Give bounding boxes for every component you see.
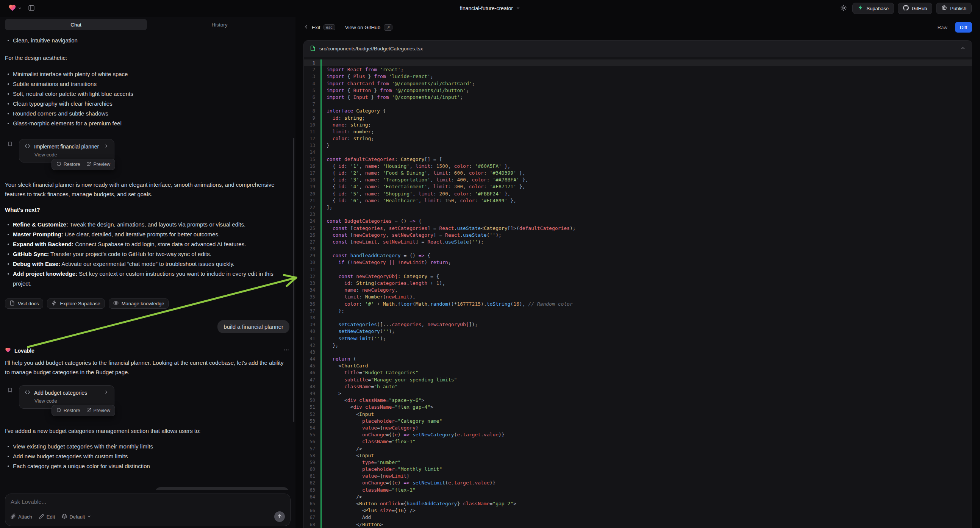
more-options-button[interactable] bbox=[283, 347, 290, 354]
restore-label: Restore bbox=[64, 408, 80, 413]
code-line: 47 subtitle="Manage your spending limits… bbox=[304, 377, 972, 383]
code-line: 21 { id: '6', name: 'Healthcare', limit:… bbox=[304, 197, 972, 204]
view-code-link[interactable]: View code bbox=[35, 398, 109, 404]
supabase-label: Supabase bbox=[866, 6, 889, 11]
next-steps-bullet-list: Refine & Customize: Tweak the design, an… bbox=[5, 220, 290, 289]
tab-chat[interactable]: Chat bbox=[5, 19, 147, 30]
exit-button[interactable]: Exit esc bbox=[304, 24, 335, 31]
code-line: 39 setCategories([...categories, newCate… bbox=[304, 321, 972, 328]
bullet-item: Add project knowledge: Set key context o… bbox=[5, 269, 290, 289]
supabase-button[interactable]: Supabase bbox=[852, 3, 894, 14]
external-link-badge: ↗ bbox=[384, 24, 393, 31]
code-line: 30 if (!newCategory || !newLimit) return… bbox=[304, 259, 972, 266]
raw-toggle-button[interactable]: Raw bbox=[933, 22, 952, 33]
workspace-menu[interactable] bbox=[8, 4, 22, 13]
bullet-item: Each category gets a unique color for vi… bbox=[5, 461, 290, 471]
bullet-item: Clean, intuitive navigation bbox=[5, 36, 290, 45]
explore-supabase-button[interactable]: Explore Supabase bbox=[47, 299, 105, 309]
code-lines[interactable]: 12import React from 'react';3import { Pl… bbox=[304, 57, 972, 528]
line-number: 42 bbox=[304, 342, 320, 349]
code-line: 16 { id: '1', name: 'Housing', limit: 15… bbox=[304, 163, 972, 170]
line-number: 48 bbox=[304, 383, 320, 390]
line-number: 52 bbox=[304, 411, 320, 418]
project-name-menu[interactable]: financial-future-creator bbox=[460, 5, 520, 11]
line-number: 38 bbox=[304, 314, 320, 321]
bullet-item: GitHub Sync: Transfer your project's cod… bbox=[5, 249, 290, 259]
assistant-name: Lovable bbox=[14, 348, 35, 354]
edit-mode-button[interactable]: Edit bbox=[39, 514, 55, 520]
code-line: 54 value={newCategory} bbox=[304, 425, 972, 431]
code-line: 27 const [newLimit, setNewLimit] = React… bbox=[304, 239, 972, 245]
send-button[interactable] bbox=[274, 511, 285, 522]
line-number: 11 bbox=[304, 129, 320, 135]
manage-knowledge-button[interactable]: Manage knowledge bbox=[109, 299, 169, 309]
line-number: 30 bbox=[304, 259, 320, 266]
line-number: 53 bbox=[304, 418, 320, 425]
model-selector[interactable]: Default bbox=[62, 514, 91, 520]
code-line: 23 bbox=[304, 211, 972, 218]
line-number: 23 bbox=[304, 211, 320, 218]
preview-button[interactable]: Preview bbox=[86, 161, 110, 167]
chevron-down-icon bbox=[87, 514, 91, 520]
line-number: 24 bbox=[304, 218, 320, 224]
github-icon bbox=[903, 5, 909, 12]
view-on-github-button[interactable]: View on GitHub ↗ bbox=[345, 24, 393, 31]
chat-message-list[interactable]: Clean, intuitive navigation For the desi… bbox=[0, 33, 296, 490]
lovable-heart-logo-icon bbox=[8, 4, 16, 13]
user-message-bubble: would be cool if you could add budget ca… bbox=[154, 487, 290, 490]
code-icon bbox=[25, 390, 30, 396]
chat-scrollbar-thumb[interactable] bbox=[293, 138, 294, 422]
publish-button[interactable]: Publish bbox=[936, 3, 972, 14]
visit-docs-button[interactable]: Visit docs bbox=[5, 299, 43, 309]
line-number: 37 bbox=[304, 308, 320, 314]
quick-actions: Visit docs Explore Supabase Manage knowl… bbox=[5, 299, 290, 309]
line-number: 44 bbox=[304, 356, 320, 363]
preview-button[interactable]: Preview bbox=[86, 407, 110, 413]
attach-button[interactable]: Attach bbox=[11, 514, 32, 520]
code-line: 48 className="h-auto" bbox=[304, 383, 972, 390]
tool-card-title: Add budget categories bbox=[34, 390, 87, 396]
code-line: 45 <ChartCard bbox=[304, 363, 972, 369]
view-on-github-label: View on GitHub bbox=[345, 25, 381, 30]
diff-toggle-button[interactable]: Diff bbox=[955, 22, 972, 33]
file-bar[interactable]: src/components/budget/BudgetCategories.t… bbox=[304, 41, 972, 57]
collapse-file-button[interactable] bbox=[960, 45, 966, 52]
line-number: 18 bbox=[304, 177, 320, 183]
line-number: 16 bbox=[304, 163, 320, 170]
code-line: 9 id: string; bbox=[304, 115, 972, 122]
code-line: 38 bbox=[304, 314, 972, 321]
view-code-link[interactable]: View code bbox=[35, 152, 109, 157]
line-number: 9 bbox=[304, 115, 320, 122]
line-number: 5 bbox=[304, 87, 320, 94]
code-line: 14 bbox=[304, 149, 972, 156]
line-number: 45 bbox=[304, 363, 320, 369]
line-number: 50 bbox=[304, 397, 320, 404]
line-number: 4 bbox=[304, 80, 320, 87]
code-line: 13} bbox=[304, 142, 972, 149]
chat-input[interactable] bbox=[11, 498, 285, 505]
ready-paragraph: Your sleek financial planner is now read… bbox=[5, 180, 290, 199]
code-line: 26 const [newCategory, setNewCategory] =… bbox=[304, 232, 972, 239]
lovable-heart-icon bbox=[5, 347, 11, 354]
github-button[interactable]: GitHub bbox=[898, 3, 932, 14]
line-number: 15 bbox=[304, 156, 320, 163]
code-line: 8interface Category { bbox=[304, 108, 972, 115]
settings-button[interactable] bbox=[839, 3, 848, 14]
bullet-item: Refine & Customize: Tweak the design, an… bbox=[5, 220, 290, 229]
bullet-item: Master Prompting: Use clear, detailed, a… bbox=[5, 229, 290, 239]
tab-history[interactable]: History bbox=[148, 19, 291, 30]
line-number: 56 bbox=[304, 438, 320, 445]
code-line: 42 }; bbox=[304, 342, 972, 349]
line-number: 2 bbox=[304, 66, 320, 73]
sidebar-toggle-button[interactable] bbox=[27, 3, 37, 14]
attach-label: Attach bbox=[18, 514, 32, 520]
chat-tabs: Chat History bbox=[5, 19, 291, 30]
user-message-bubble: build a financial planner bbox=[218, 320, 290, 333]
line-number: 57 bbox=[304, 445, 320, 452]
bullet-item: Clean typography with clear hierarchies bbox=[5, 99, 290, 109]
code-line: 29 const handleAddCategory = () => { bbox=[304, 252, 972, 259]
restore-button[interactable]: Restore bbox=[56, 407, 80, 413]
line-number: 64 bbox=[304, 493, 320, 500]
panel-toggle-icon bbox=[28, 5, 35, 13]
restore-button[interactable]: Restore bbox=[56, 161, 80, 167]
